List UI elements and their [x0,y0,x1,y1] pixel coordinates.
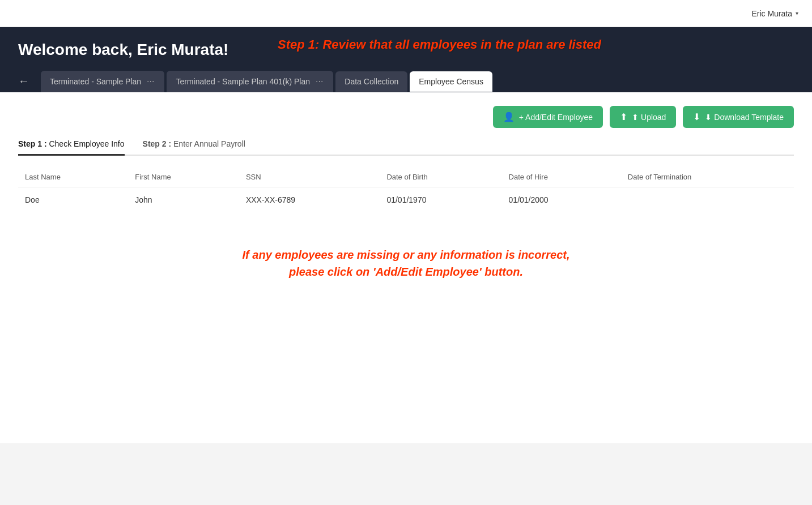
upload-label: ⬆ Upload [632,113,666,122]
table-cell: XXX-XX-6789 [239,187,380,213]
table-cell: Doe [18,187,128,213]
chevron-down-icon: ▾ [796,10,798,16]
user-menu[interactable]: Eric Murata ▾ [751,9,798,18]
step2-tab[interactable]: Step 2 : Enter Annual Payroll [143,139,245,156]
table-row: DoeJohnXXX-XX-678901/01/197001/01/2000 [18,187,794,213]
tab-terminated-sample-plan-401k[interactable]: Terminated - Sample Plan 401(k) Plan ··· [167,71,333,92]
add-person-icon: 👤 [503,112,515,122]
upload-button[interactable]: ⬆ ⬆ Upload [610,106,676,128]
step1-tab[interactable]: Step 1 : Check Employee Info [18,139,125,156]
bottom-annotation: If any employees are missing or any info… [18,246,794,280]
main-content: 👤 + Add/Edit Employee ⬆ ⬆ Upload ⬇ ⬇ Dow… [0,92,812,443]
step2-desc: Enter Annual Payroll [173,139,245,148]
table-cell: John [128,187,239,213]
annotation-line2: please click on 'Add/Edit Employee' butt… [18,263,794,280]
tab-label: Employee Census [419,77,483,86]
action-row: 👤 + Add/Edit Employee ⬆ ⬆ Upload ⬇ ⬇ Dow… [18,106,794,128]
table-cell [621,187,794,213]
step-tabs: Step 1 : Check Employee Info Step 2 : En… [18,139,794,156]
top-bar: Eric Murata ▾ [0,0,812,27]
table-header-row: Last Name First Name SSN Date of Birth D… [18,167,794,187]
upload-icon: ⬆ [620,112,627,122]
col-ssn: SSN [239,167,380,187]
dark-header: Welcome back, Eric Murata! Step 1: Revie… [0,27,812,92]
tab-employee-census[interactable]: Employee Census [410,71,492,92]
tab-dots[interactable]: ··· [314,76,324,87]
col-last-name: Last Name [18,167,128,187]
tab-terminated-sample-plan[interactable]: Terminated - Sample Plan ··· [41,71,164,92]
tab-data-collection[interactable]: Data Collection [335,71,407,92]
tab-dots[interactable]: ··· [146,76,155,87]
step2-label: Step 2 : [143,139,172,148]
download-template-label: ⬇ Download Template [705,113,784,122]
download-icon: ⬇ [693,112,700,122]
table-cell: 01/01/1970 [380,187,501,213]
col-doh: Date of Hire [502,167,621,187]
add-edit-employee-button[interactable]: 👤 + Add/Edit Employee [493,106,603,128]
tab-row: ← Terminated - Sample Plan ··· Terminate… [18,70,794,92]
tab-label: Terminated - Sample Plan 401(k) Plan [176,77,310,86]
col-dob: Date of Birth [380,167,501,187]
step1-annotation: Step 1: Review that all employees in the… [278,37,801,52]
col-dot: Date of Termination [621,167,794,187]
col-first-name: First Name [128,167,239,187]
download-template-button[interactable]: ⬇ ⬇ Download Template [683,106,794,128]
table-cell: 01/01/2000 [502,187,621,213]
employee-table: Last Name First Name SSN Date of Birth D… [18,167,794,212]
step1-label: Step 1 : [18,139,47,148]
user-name: Eric Murata [751,9,792,18]
add-edit-label: + Add/Edit Employee [519,113,593,122]
annotation-line1: If any employees are missing or any info… [18,246,794,263]
tab-label: Terminated - Sample Plan [50,77,141,86]
step1-desc: Check Employee Info [49,139,124,148]
back-button[interactable]: ← [18,70,36,92]
tab-label: Data Collection [345,77,398,86]
